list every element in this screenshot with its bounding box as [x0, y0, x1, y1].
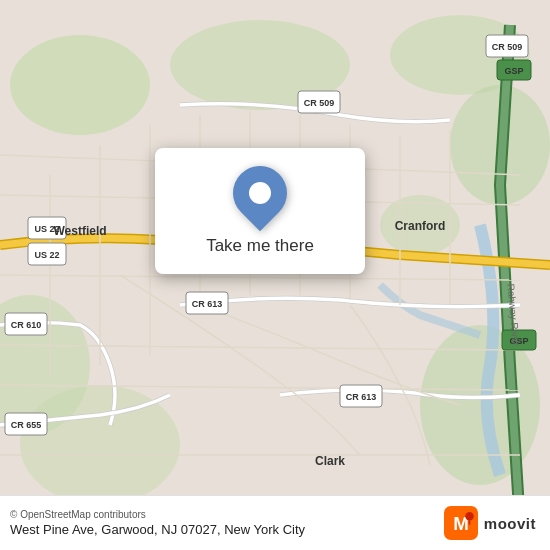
moovit-brand-text: moovit [484, 515, 536, 532]
moovit-logo: M moovit [444, 506, 536, 540]
popup-card: Take me there [155, 148, 365, 274]
take-me-there-button[interactable]: Take me there [206, 232, 314, 260]
bottom-info: © OpenStreetMap contributors West Pine A… [10, 509, 305, 537]
moovit-icon: M [444, 506, 478, 540]
map-pin-icon [222, 155, 298, 231]
osm-credit: © OpenStreetMap contributors [10, 509, 305, 520]
cr509-label: CR 509 [304, 98, 335, 108]
cr509-label-2: CR 509 [492, 42, 523, 52]
svg-point-1 [10, 35, 150, 135]
cr613-label-2: CR 613 [346, 392, 377, 402]
address-text: West Pine Ave, Garwood, NJ 07027, New Yo… [10, 522, 305, 537]
map-container: US 22 US 22 CR 509 CR 509 CR 610 CR 613 … [0, 0, 550, 550]
us22-label-2: US 22 [34, 250, 59, 260]
svg-point-21 [465, 512, 474, 521]
cranford-label: Cranford [395, 219, 446, 233]
cr610-label: CR 610 [11, 320, 42, 330]
cr613-label-1: CR 613 [192, 299, 223, 309]
cr655-label: CR 655 [11, 420, 42, 430]
westfield-label: Westfield [53, 224, 106, 238]
clark-label: Clark [315, 454, 345, 468]
bottom-bar: © OpenStreetMap contributors West Pine A… [0, 495, 550, 550]
pin-inner-circle [249, 182, 271, 204]
gsp-label-1: GSP [504, 66, 523, 76]
